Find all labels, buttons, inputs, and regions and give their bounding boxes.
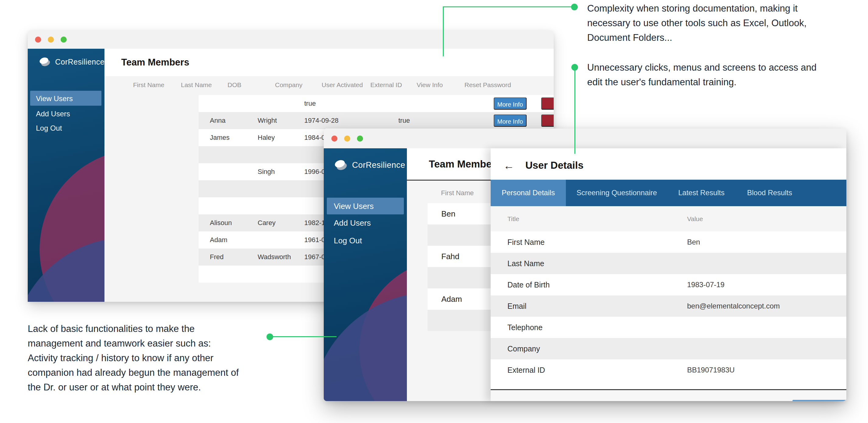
page-title: Team Members [429, 158, 491, 170]
cell-user-activated: true [304, 95, 316, 112]
sidebar-item-log-out[interactable]: Log Out [334, 236, 362, 245]
sidebar-item-label: View Users [36, 94, 73, 103]
list-item-name: Ben [441, 203, 455, 224]
cell-first-name: Alisoun [210, 214, 232, 232]
list-item[interactable] [428, 310, 491, 331]
sidebar-item-view-users[interactable]: View Users [30, 91, 101, 106]
annotation-3: Lack of basic functionalities to make th… [28, 322, 239, 395]
window2-titlebar [324, 128, 846, 149]
brand-name: CorResilience [55, 58, 104, 66]
connector-dot [267, 333, 273, 340]
cell-last-name: Wadsworth [258, 248, 291, 266]
window2-sidebar: CorResilience View Users Add Users Log O… [324, 148, 407, 401]
sidebar-item-view-users[interactable]: View Users [327, 198, 404, 214]
annotation-line: Lack of basic functionalities to make th… [28, 322, 239, 336]
connector-line [443, 6, 444, 56]
column-header: First Name [441, 189, 474, 197]
column-header: DOB [227, 81, 242, 89]
page: CorResilience View Users Add Users Log O… [0, 0, 868, 423]
team-members-list-panel: Team Members First Name Ben Fahd Adam [407, 148, 491, 401]
reset-password-button[interactable]: Reset Password [541, 97, 554, 110]
column-header: Last Name [181, 81, 212, 89]
column-header: Reset Password [464, 81, 511, 89]
list-panel-header: Team Members [407, 148, 491, 180]
column-header: First Name [133, 81, 164, 89]
connector-line [575, 67, 575, 154]
footer-button-partial[interactable] [793, 400, 846, 401]
more-info-button[interactable]: More Info [494, 115, 527, 127]
table-row: External ID BB19071983U [491, 359, 846, 381]
cell-user-activated: true [398, 112, 410, 129]
zoom-button[interactable] [61, 36, 67, 42]
annotation-line: companion had already begun the manageme… [28, 365, 239, 380]
reset-password-button[interactable]: Reset Password [541, 115, 554, 127]
annotation-line: Document Folders... [587, 30, 806, 45]
detail-label: External ID [507, 359, 545, 381]
detail-value: 1983-07-19 [687, 274, 724, 295]
detail-label: Telephone [507, 317, 542, 338]
cell-last-name: Carey [258, 214, 276, 232]
sidebar-item-label: View Users [334, 202, 374, 211]
list-item[interactable]: Fahd [428, 246, 491, 267]
connector-dot [571, 64, 578, 71]
back-arrow-icon[interactable]: ← [503, 159, 515, 172]
table-row: Last Name [491, 253, 846, 274]
close-button[interactable] [35, 36, 41, 42]
detail-label: Company [507, 338, 540, 359]
cell-last-name: Haley [258, 129, 275, 146]
column-header: View Info [416, 81, 443, 89]
zoom-button[interactable] [357, 135, 363, 142]
detail-label: Last Name [507, 253, 544, 274]
cell-dob: 1974-09-28 [304, 112, 339, 129]
tab-screening-questionnaire[interactable]: Screening Questionnaire [577, 188, 657, 197]
column-header: Value [687, 215, 703, 222]
list-item[interactable]: Adam [428, 289, 491, 310]
sidebar-item-add-users[interactable]: Add Users [36, 110, 70, 118]
annotation-line: edit the user's fundamental training. [587, 75, 816, 90]
brand-logo-icon [39, 57, 51, 67]
cell-first-name: Anna [210, 112, 225, 129]
cell-last-name: Singh [258, 163, 275, 180]
column-header: Company [275, 81, 303, 89]
detail-label: Email [507, 295, 527, 317]
panel-title: User Details [525, 159, 584, 171]
table-row: Telephone [491, 317, 846, 338]
cell-first-name: Adam [210, 232, 227, 248]
close-button[interactable] [331, 135, 337, 142]
app-window-user-details: CorResilience View Users Add Users Log O… [324, 128, 846, 401]
detail-value: BB19071983U [687, 359, 735, 381]
annotation-line: management and teamwork easier such as: [28, 336, 239, 351]
page-title: Team Members [121, 57, 189, 68]
details-table-header: Title Value [491, 206, 846, 232]
detail-label: Date of Birth [507, 274, 550, 295]
minimize-button[interactable] [48, 36, 54, 42]
table-row: Company [491, 338, 846, 359]
sidebar-item-log-out[interactable]: Log Out [36, 124, 62, 132]
list-item[interactable] [428, 224, 491, 246]
list-item-name: Adam [441, 289, 462, 310]
tab-label: Personal Details [502, 188, 555, 197]
annotation-1: Complexity when storing documentation, m… [587, 1, 806, 45]
window1-sidebar: CorResilience View Users Add Users Log O… [28, 49, 104, 302]
sidebar-item-add-users[interactable]: Add Users [334, 218, 371, 228]
cell-last-name: Wright [258, 112, 277, 129]
column-header: External ID [370, 81, 402, 89]
list-item[interactable]: Ben [428, 203, 491, 224]
tab-personal-details[interactable]: Personal Details [491, 180, 566, 206]
detail-label: First Name [507, 232, 545, 253]
table-row: Email ben@elementalconcept.com [491, 295, 846, 317]
connector-dot [571, 4, 578, 10]
window1-titlebar [28, 30, 554, 49]
list-item[interactable] [428, 267, 491, 289]
minimize-button[interactable] [344, 135, 350, 142]
divider [407, 180, 491, 181]
annotation-line: the Dr. or user or at what point they we… [28, 380, 239, 395]
user-details-panel: ← User Details Personal Details Screenin… [491, 148, 846, 401]
details-footer [491, 390, 846, 401]
tab-latest-results[interactable]: Latest Results [678, 188, 724, 197]
tab-blood-results[interactable]: Blood Results [747, 188, 792, 197]
table-row: Anna Wright 1974-09-28 true More Info Re… [198, 112, 554, 129]
annotation-2: Unnecessary clicks, menus and screens to… [587, 60, 816, 90]
table-row: true More Info Reset Password [198, 95, 554, 112]
more-info-button[interactable]: More Info [494, 97, 527, 110]
